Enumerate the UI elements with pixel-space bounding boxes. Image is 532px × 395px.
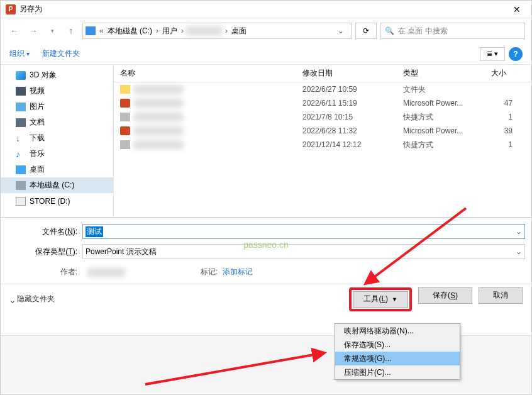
new-folder-button[interactable]: 新建文件夹 (42, 48, 80, 59)
file-row[interactable]: xxx2022/6/27 10:59文件夹 (114, 82, 531, 96)
sidebar-item-label: 本地磁盘 (C:) (30, 180, 74, 191)
breadcrumb-dropdown[interactable]: ⌄ (333, 26, 348, 35)
add-tag-link[interactable]: 添加标记 (223, 267, 253, 277)
savetype-dropdown-icon[interactable]: ⌄ (516, 247, 522, 256)
col-size[interactable]: 大小 (491, 68, 531, 79)
chevron-down-icon: ▼ (392, 296, 397, 303)
author-value[interactable] (87, 268, 125, 277)
col-name[interactable]: 名称 (120, 68, 302, 79)
store-icon (16, 197, 26, 206)
file-icon (120, 113, 130, 121)
refresh-button[interactable]: ⟳ (355, 23, 377, 39)
search-placeholder: 在 桌面 中搜索 (398, 26, 448, 36)
sidebar-item-2[interactable]: 图片 (1, 99, 113, 114)
filename-value: 测试 (86, 226, 103, 237)
file-date: 2021/7/8 10:15 (302, 113, 403, 121)
file-icon (120, 99, 130, 108)
sidebar-item-label: 下载 (30, 133, 45, 143)
file-list: xxx2022/6/27 10:59文件夹xxx2022/6/11 15:19M… (114, 82, 531, 217)
breadcrumb-user[interactable]: 用户 (161, 26, 179, 36)
file-size: 1 (491, 140, 531, 149)
doc-icon (16, 118, 26, 127)
breadcrumb[interactable]: « 本地磁盘 (C:) › 用户 › xxx › 桌面 ⌄ (82, 23, 352, 39)
music-icon: ♪ (16, 150, 26, 159)
sidebar-item-0[interactable]: 3D 对象 (1, 67, 113, 83)
pic-icon (16, 103, 26, 111)
file-list-header: 名称 修改日期 类型 大小 (114, 65, 531, 82)
tools-dropdown-menu: 映射网络驱动器(N)...保存选项(S)...常规选项(G)...压缩图片(C)… (335, 323, 460, 380)
back-button[interactable]: ← (7, 23, 22, 38)
savetype-value: PowerPoint 演示文稿 (86, 247, 157, 257)
savetype-label: 保存类型(T): (7, 247, 82, 257)
sidebar-item-5[interactable]: ♪音乐 (1, 146, 113, 162)
desk-icon (16, 165, 26, 174)
3d-icon (16, 71, 26, 80)
cancel-button[interactable]: 取消 (479, 287, 523, 304)
savetype-select[interactable]: PowerPoint 演示文稿 ⌄ (82, 244, 525, 259)
sidebar-item-4[interactable]: ↓下载 (1, 130, 113, 146)
filename-input[interactable]: 测试 ⌄ (82, 224, 525, 239)
close-button[interactable]: ✕ (507, 1, 526, 18)
breadcrumb-desktop[interactable]: 桌面 (230, 26, 248, 36)
menu-item-1[interactable]: 保存选项(S)... (335, 338, 460, 352)
file-icon (120, 126, 130, 135)
file-row[interactable]: xxx2021/7/8 10:15快捷方式1 (114, 110, 531, 124)
sidebar-item-label: 图片 (30, 101, 45, 112)
sidebar-item-6[interactable]: 桌面 (1, 162, 113, 177)
up-button[interactable]: ↑ (64, 23, 79, 38)
forward-button[interactable]: → (26, 23, 41, 38)
file-type: 快捷方式 (403, 140, 491, 150)
file-date: 2022/6/11 15:19 (302, 99, 403, 108)
recent-dropdown[interactable]: ▾ (45, 23, 60, 38)
file-size: 39 (491, 126, 531, 135)
form-area: 文件名(N): 测试 ⌄ 保存类型(T): PowerPoint 演示文稿 ⌄ … (1, 217, 531, 284)
sidebar-item-label: 文档 (30, 117, 45, 128)
sidebar-item-1[interactable]: 视频 (1, 83, 113, 99)
filename-label: 文件名(N): (7, 226, 82, 237)
col-date[interactable]: 修改日期 (302, 68, 403, 79)
file-date: 2022/6/27 10:59 (302, 85, 403, 94)
tools-button[interactable]: 工具(L) ▼ (353, 291, 408, 308)
file-type: 快捷方式 (403, 112, 491, 123)
breadcrumb-hidden[interactable]: xxx (186, 26, 223, 35)
organize-menu[interactable]: 组织 (9, 48, 30, 59)
search-input[interactable]: 🔍 在 桌面 中搜索 (380, 23, 525, 39)
window-title: 另存为 (19, 4, 507, 14)
col-type[interactable]: 类型 (403, 68, 491, 79)
main-area: 3D 对象视频图片文档↓下载♪音乐桌面本地磁盘 (C:)STORE (D:) 名… (1, 65, 531, 217)
save-button[interactable]: 保存(S) (418, 287, 472, 304)
breadcrumb-sep: › (224, 26, 229, 35)
file-size: 47 (491, 99, 531, 108)
file-icon (120, 85, 130, 94)
drive-icon (86, 26, 96, 35)
bottom-bar: 隐藏文件夹 工具(L) ▼ 保存(S) 取消 (1, 284, 531, 314)
file-date: 2021/12/14 12:12 (302, 140, 403, 149)
sidebar-item-7[interactable]: 本地磁盘 (C:) (1, 177, 113, 193)
powerpoint-icon: P (6, 4, 16, 14)
file-name-hidden: xxx (134, 99, 183, 108)
hide-folders-toggle[interactable]: 隐藏文件夹 (9, 294, 55, 304)
file-size: 1 (491, 113, 531, 121)
breadcrumb-sep: › (180, 26, 185, 35)
breadcrumb-disk[interactable]: 本地磁盘 (C:) (106, 26, 153, 36)
sidebar-item-label: 3D 对象 (30, 70, 57, 81)
sidebar-item-8[interactable]: STORE (D:) (1, 193, 113, 209)
filename-dropdown-icon[interactable]: ⌄ (516, 227, 522, 236)
view-options-button[interactable]: ≣ ▾ (480, 47, 505, 61)
breadcrumb-sep: « (98, 26, 105, 35)
breadcrumb-sep: › (155, 26, 160, 35)
file-row[interactable]: xxx2022/6/11 15:19Microsoft Power...47 (114, 96, 531, 110)
menu-item-3[interactable]: 压缩图片(C)... (335, 365, 460, 379)
tag-label: 标记: (201, 267, 218, 277)
author-label: 作者: (7, 267, 82, 277)
sidebar-item-label: 音乐 (30, 148, 45, 159)
file-row[interactable]: xxx2022/6/28 11:32Microsoft Power...39 (114, 124, 531, 138)
file-type: Microsoft Power... (403, 126, 491, 135)
titlebar: P 另存为 ✕ (1, 1, 531, 18)
file-name-hidden: xxx (134, 85, 183, 94)
help-button[interactable]: ? (509, 47, 523, 61)
menu-item-0[interactable]: 映射网络驱动器(N)... (335, 324, 460, 338)
sidebar-item-3[interactable]: 文档 (1, 114, 113, 130)
menu-item-2[interactable]: 常规选项(G)... (335, 352, 460, 365)
file-row[interactable]: xxx2021/12/14 12:12快捷方式1 (114, 138, 531, 152)
